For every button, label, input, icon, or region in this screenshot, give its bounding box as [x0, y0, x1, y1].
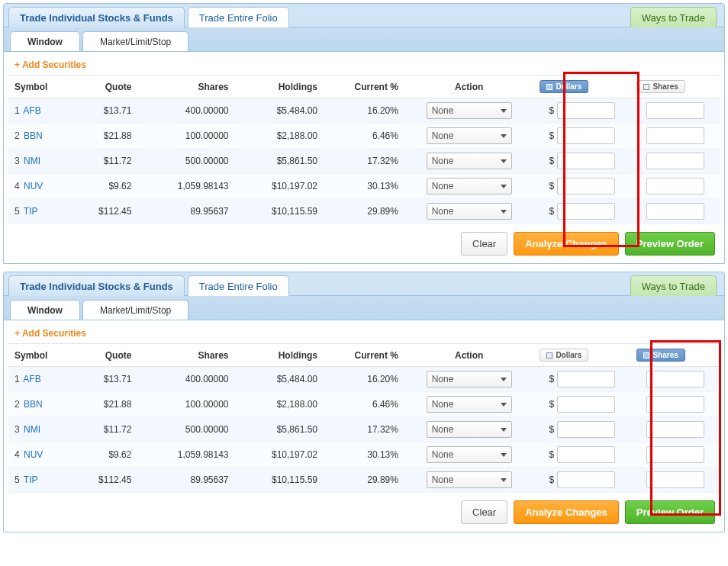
action-select[interactable]: None [427, 471, 512, 488]
action-select-value: None [432, 206, 454, 217]
dollars-input[interactable] [557, 127, 615, 144]
symbol-link[interactable]: AFB [23, 105, 40, 116]
dollars-input[interactable] [557, 178, 615, 195]
symbol-link[interactable]: TIP [24, 206, 38, 217]
shares-input[interactable] [646, 471, 704, 488]
cell-shares: 89.95637 [137, 199, 234, 224]
tab-trade-individual[interactable]: Trade Individual Stocks & Funds [8, 7, 185, 27]
action-select[interactable]: None [427, 203, 512, 220]
dollars-input[interactable] [557, 421, 615, 438]
square-icon [643, 352, 649, 359]
col-action: Action [404, 76, 533, 98]
cell-shares: 100.00000 [137, 124, 234, 149]
action-select[interactable]: None [427, 127, 512, 144]
symbol-link[interactable]: NMI [24, 156, 40, 166]
action-select[interactable]: None [427, 102, 512, 119]
shares-input[interactable] [646, 371, 704, 388]
table-row: 3 NMI$11.72500.00000$5,861.5017.32%None$ [8, 149, 720, 174]
shares-input[interactable] [646, 396, 704, 413]
dollars-input[interactable] [557, 153, 615, 169]
action-buttons: Clear Analyze Changes Preview Order [8, 224, 720, 256]
cell-action: None [404, 442, 533, 468]
dollars-input[interactable] [557, 396, 615, 413]
action-select[interactable]: None [427, 153, 512, 169]
dollar-sign: $ [549, 374, 555, 384]
cell-current: 6.46% [324, 392, 404, 417]
preview-order-button[interactable]: Preview Order [625, 232, 715, 256]
dollars-toggle[interactable]: Dollars [540, 80, 588, 93]
col-current: Current % [324, 344, 404, 367]
table-row: 1 AFB$13.71400.00000$5,484.0016.20%None$ [8, 98, 720, 124]
action-select[interactable]: None [427, 371, 512, 388]
tab-trade-individual[interactable]: Trade Individual Stocks & Funds [8, 275, 185, 296]
shares-toggle[interactable]: Shares [636, 80, 685, 93]
shares-input[interactable] [646, 421, 704, 438]
cell-action: None [404, 468, 533, 493]
chevron-down-icon [501, 403, 507, 407]
dollars-toggle[interactable]: Dollars [540, 349, 588, 362]
tab-trade-folio[interactable]: Trade Entire Folio [188, 7, 289, 27]
cell-current: 6.46% [324, 124, 404, 149]
dollars-input[interactable] [557, 102, 615, 119]
symbol-link[interactable]: NUV [24, 181, 43, 191]
cell-holdings: $10,115.59 [235, 199, 324, 224]
grid-body-2: 1 AFB$13.71400.00000$5,484.0016.20%None$… [8, 367, 720, 493]
col-symbol: Symbol [8, 344, 73, 367]
dollar-sign: $ [549, 156, 555, 166]
square-icon [643, 84, 649, 90]
dollar-sign: $ [549, 130, 555, 141]
row-index: 1 [14, 374, 20, 384]
cell-dollars: $ [533, 468, 630, 493]
shares-input[interactable] [646, 203, 704, 220]
tab-ways-to-trade[interactable]: Ways to Trade [630, 7, 717, 27]
cell-shares: 500.00000 [137, 149, 234, 174]
dollars-input[interactable] [557, 203, 615, 220]
action-select[interactable]: None [427, 396, 512, 413]
cell-symbol: 2 BBN [8, 124, 73, 149]
clear-button[interactable]: Clear [461, 232, 507, 256]
tab-trade-folio[interactable]: Trade Entire Folio [188, 275, 289, 296]
subtab-market-limit-stop[interactable]: Market/Limit/Stop [82, 31, 188, 51]
subtab-window[interactable]: Window [10, 300, 80, 320]
cell-symbol: 2 BBN [8, 392, 73, 417]
col-shares: Shares [137, 76, 234, 98]
shares-input[interactable] [646, 102, 704, 119]
shares-input[interactable] [646, 127, 704, 144]
analyze-changes-button[interactable]: Analyze Changes [514, 500, 619, 524]
chevron-down-icon [501, 159, 507, 163]
shares-input[interactable] [646, 178, 704, 195]
action-select-value: None [432, 374, 454, 384]
symbol-link[interactable]: BBN [24, 130, 43, 141]
cell-shares-input [630, 367, 720, 392]
action-select[interactable]: None [427, 178, 512, 195]
top-tabs: Trade Individual Stocks & Funds Trade En… [4, 272, 724, 295]
dollars-input[interactable] [557, 471, 615, 488]
shares-toggle[interactable]: Shares [636, 349, 685, 362]
dollars-input[interactable] [557, 446, 615, 463]
table-row: 5 TIP$112.4589.95637$10,115.5929.89%None… [8, 199, 720, 224]
symbol-link[interactable]: AFB [23, 374, 40, 384]
clear-button[interactable]: Clear [461, 500, 507, 524]
tab-ways-to-trade[interactable]: Ways to Trade [630, 275, 717, 296]
analyze-changes-button[interactable]: Analyze Changes [514, 232, 619, 256]
row-index: 2 [14, 130, 20, 141]
subtab-market-limit-stop[interactable]: Market/Limit/Stop [82, 300, 188, 320]
shares-input[interactable] [646, 153, 704, 169]
shares-input[interactable] [646, 446, 704, 463]
dollars-input[interactable] [557, 371, 615, 388]
action-select[interactable]: None [427, 421, 512, 438]
row-index: 4 [14, 449, 20, 460]
symbol-link[interactable]: NUV [24, 449, 43, 460]
add-securities-link[interactable]: + Add Securities [8, 325, 720, 343]
symbol-link[interactable]: NMI [24, 424, 40, 435]
cell-shares-input [630, 174, 720, 199]
symbol-link[interactable]: TIP [24, 474, 38, 485]
action-select-value: None [432, 156, 454, 166]
add-securities-link[interactable]: + Add Securities [8, 56, 720, 75]
preview-order-button[interactable]: Preview Order [625, 500, 715, 524]
symbol-link[interactable]: BBN [24, 399, 43, 410]
securities-grid-wrap-1: Symbol Quote Shares Holdings Current % A… [8, 75, 720, 224]
action-select[interactable]: None [427, 446, 512, 463]
cell-action: None [404, 124, 533, 149]
subtab-window[interactable]: Window [10, 31, 80, 51]
